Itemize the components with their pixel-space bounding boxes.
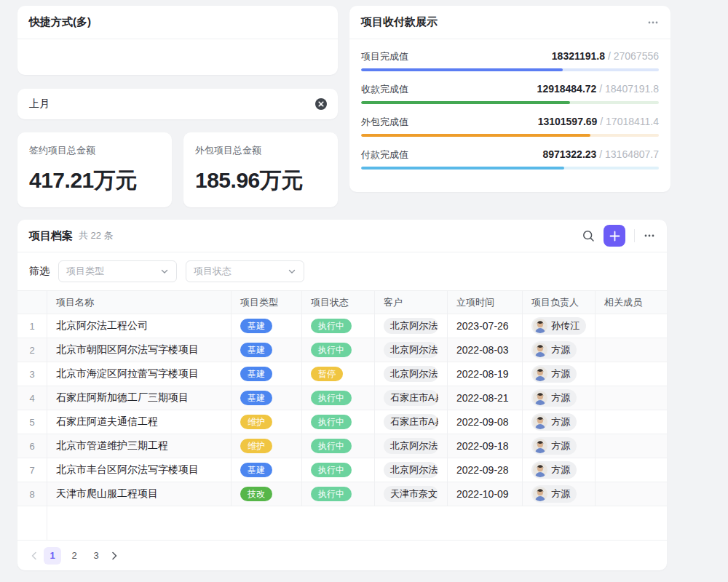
progress-item: 收款完成值 12918484.72 / 18407191.8 bbox=[361, 82, 659, 104]
column-header-type[interactable]: 项目类型 bbox=[232, 291, 302, 314]
table-row[interactable]: 4 石家庄阿斯加德工厂三期项目 基建 执行中 石家庄市A县 2022-08-21… bbox=[17, 386, 667, 410]
date-filter-value[interactable]: 上月 bbox=[29, 97, 50, 111]
cell-owner[interactable]: 方源 bbox=[523, 410, 596, 434]
cell-members[interactable] bbox=[596, 410, 667, 434]
cell-project-type[interactable]: 维护 bbox=[232, 410, 302, 434]
cell-project-name[interactable]: 天津市爬山服工程项目 bbox=[47, 482, 232, 506]
owner-pill: 方源 bbox=[531, 485, 577, 503]
cell-customer[interactable]: 石家庄市A县 bbox=[375, 410, 448, 434]
cell-project-type[interactable]: 基建 bbox=[232, 386, 302, 410]
cell-members[interactable] bbox=[596, 482, 667, 506]
cell-date[interactable]: 2022-08-21 bbox=[448, 386, 523, 410]
ellipsis-icon[interactable] bbox=[644, 230, 655, 242]
cell-owner[interactable]: 方源 bbox=[523, 434, 596, 458]
search-icon[interactable] bbox=[582, 230, 595, 242]
cell-date[interactable]: 2022-09-18 bbox=[448, 434, 523, 458]
progress-item: 外包完成值 13101597.69 / 17018411.4 bbox=[361, 115, 659, 137]
cell-project-name[interactable]: 北京市丰台区阿尔法写字楼项目 bbox=[47, 458, 232, 482]
progress-value: 18321191.8 bbox=[552, 50, 605, 62]
chevron-left-icon[interactable] bbox=[29, 551, 39, 561]
select-placeholder: 项目状态 bbox=[194, 265, 232, 278]
cell-owner[interactable]: 方源 bbox=[523, 362, 596, 386]
cell-date[interactable]: 2022-08-03 bbox=[448, 338, 523, 362]
page-button-2[interactable]: 2 bbox=[66, 547, 83, 565]
progress-track bbox=[361, 101, 659, 104]
cell-project-status[interactable]: 执行中 bbox=[302, 338, 375, 362]
column-header-members[interactable]: 相关成员 bbox=[596, 291, 667, 314]
cell-project-name[interactable]: 北京市管道维护三期工程 bbox=[47, 434, 232, 458]
owner-pill: 方源 bbox=[531, 461, 577, 479]
owner-name: 方源 bbox=[551, 367, 570, 380]
cell-project-name[interactable]: 北京市海淀区阿拉蕾写字楼项目 bbox=[47, 362, 232, 386]
column-header-date[interactable]: 立项时间 bbox=[448, 291, 523, 314]
cell-date[interactable]: 2022-09-08 bbox=[448, 410, 523, 434]
cell-members[interactable] bbox=[596, 386, 667, 410]
column-header-status[interactable]: 项目状态 bbox=[302, 291, 375, 314]
cell-date[interactable]: 2023-07-26 bbox=[448, 314, 523, 338]
owner-name: 方源 bbox=[551, 463, 570, 477]
cell-project-status[interactable]: 执行中 bbox=[302, 458, 375, 482]
cell-members[interactable] bbox=[596, 434, 667, 458]
cell-members[interactable] bbox=[596, 338, 667, 362]
cell-project-status[interactable]: 执行中 bbox=[302, 410, 375, 434]
cell-members[interactable] bbox=[596, 458, 667, 482]
cell-date[interactable]: 2022-09-28 bbox=[448, 458, 523, 482]
cell-project-name[interactable]: 北京阿尔法工程公司 bbox=[47, 314, 232, 338]
cell-project-status[interactable]: 执行中 bbox=[302, 386, 375, 410]
cell-customer[interactable]: 北京阿尔法工 bbox=[375, 434, 448, 458]
cell-project-status[interactable]: 执行中 bbox=[302, 482, 375, 506]
cell-owner[interactable]: 方源 bbox=[523, 458, 596, 482]
progress-value: 12918484.72 bbox=[537, 83, 597, 95]
table-row[interactable]: 8 天津市爬山服工程项目 技改 执行中 天津市奈文摩 2022-10-09 方源 bbox=[17, 482, 667, 506]
close-circle-icon[interactable] bbox=[314, 97, 328, 111]
cell-project-type[interactable]: 技改 bbox=[232, 482, 302, 506]
owner-pill: 孙传江 bbox=[531, 317, 586, 335]
page-button-3[interactable]: 3 bbox=[87, 547, 105, 565]
cell-customer[interactable]: 北京阿尔法工 bbox=[375, 338, 448, 362]
cell-customer[interactable]: 北京阿尔法工 bbox=[375, 362, 448, 386]
cell-members[interactable] bbox=[596, 314, 667, 338]
cell-project-name[interactable]: 北京市朝阳区阿尔法写字楼项目 bbox=[47, 338, 232, 362]
cell-date[interactable]: 2022-10-09 bbox=[448, 482, 523, 506]
row-index: 4 bbox=[17, 386, 47, 410]
cell-project-status[interactable]: 执行中 bbox=[302, 434, 375, 458]
cell-owner[interactable]: 方源 bbox=[523, 338, 596, 362]
progress-label: 付款完成值 bbox=[361, 148, 408, 162]
ellipsis-icon[interactable] bbox=[647, 17, 659, 28]
column-header-customer[interactable]: 客户 bbox=[375, 291, 448, 314]
cell-project-name[interactable]: 石家庄阿斯加德工厂三期项目 bbox=[47, 386, 232, 410]
progress-track bbox=[361, 134, 659, 137]
pagination: 123 bbox=[17, 540, 667, 570]
chevron-right-icon[interactable] bbox=[109, 551, 119, 561]
column-header-name[interactable]: 项目名称 bbox=[47, 291, 232, 314]
cell-project-name[interactable]: 石家庄阿道夫通信工程 bbox=[47, 410, 232, 434]
table-row[interactable]: 7 北京市丰台区阿尔法写字楼项目 基建 执行中 北京阿尔法工 2022-09-2… bbox=[17, 458, 667, 482]
cell-customer[interactable]: 北京阿尔法工 bbox=[375, 458, 448, 482]
table-row[interactable]: 1 北京阿尔法工程公司 基建 执行中 北京阿尔法工 2023-07-26 孙传江 bbox=[17, 314, 667, 338]
cell-owner[interactable]: 方源 bbox=[523, 386, 596, 410]
cell-project-type[interactable]: 维护 bbox=[232, 434, 302, 458]
project-status-select[interactable]: 项目状态 bbox=[186, 260, 304, 282]
cell-date[interactable]: 2022-08-19 bbox=[448, 362, 523, 386]
add-record-button[interactable] bbox=[604, 225, 625, 247]
cell-project-status[interactable]: 暂停 bbox=[302, 362, 375, 386]
project-type-select[interactable]: 项目类型 bbox=[58, 260, 177, 282]
table-row[interactable]: 5 石家庄阿道夫通信工程 维护 执行中 石家庄市A县 2022-09-08 方源 bbox=[17, 410, 667, 434]
cell-customer[interactable]: 天津市奈文摩 bbox=[375, 482, 448, 506]
table-row[interactable]: 3 北京市海淀区阿拉蕾写字楼项目 基建 暂停 北京阿尔法工 2022-08-19… bbox=[17, 362, 667, 386]
cell-owner[interactable]: 方源 bbox=[523, 482, 596, 506]
cell-project-type[interactable]: 基建 bbox=[232, 362, 302, 386]
cell-project-type[interactable]: 基建 bbox=[232, 458, 302, 482]
cell-members[interactable] bbox=[596, 362, 667, 386]
cell-owner[interactable]: 孙传江 bbox=[523, 314, 596, 338]
page-button-1[interactable]: 1 bbox=[44, 547, 61, 565]
table-row[interactable]: 6 北京市管道维护三期工程 维护 执行中 北京阿尔法工 2022-09-18 方… bbox=[17, 434, 667, 458]
column-header-owner[interactable]: 项目负责人 bbox=[523, 291, 596, 314]
table-row[interactable]: 2 北京市朝阳区阿尔法写字楼项目 基建 执行中 北京阿尔法工 2022-08-0… bbox=[17, 338, 667, 362]
cell-customer[interactable]: 北京阿尔法工 bbox=[375, 314, 448, 338]
cell-project-type[interactable]: 基建 bbox=[232, 314, 302, 338]
cell-project-status[interactable]: 执行中 bbox=[302, 314, 375, 338]
cell-customer[interactable]: 石家庄市A县 bbox=[375, 386, 448, 410]
progress-value: 13101597.69 bbox=[538, 116, 598, 127]
cell-project-type[interactable]: 基建 bbox=[232, 338, 302, 362]
